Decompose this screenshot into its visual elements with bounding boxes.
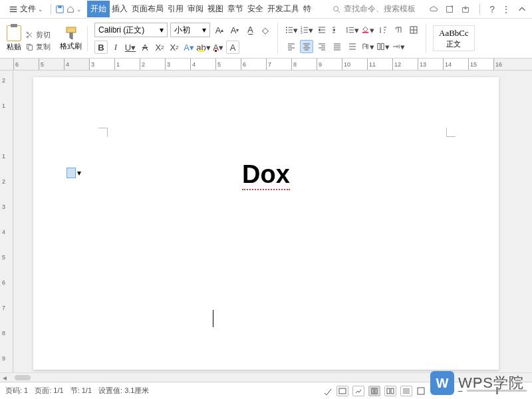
ruler-tick: 2 [140, 59, 165, 70]
outline-view-button[interactable] [384, 386, 396, 396]
clipboard-icon [7, 25, 21, 41]
ruler-tick: 1 [114, 59, 140, 70]
tab-security[interactable]: 安全 [245, 1, 265, 17]
command-search[interactable]: 查找命令、搜索模板 [332, 3, 416, 15]
svg-point-2 [334, 6, 338, 11]
fullscreen-icon[interactable] [416, 386, 426, 396]
underline-button[interactable]: U ▾ [124, 41, 137, 54]
bold-button[interactable]: B [94, 41, 108, 54]
ruler-tick: 16 [493, 59, 519, 70]
copy-button[interactable]: 复制 [25, 42, 51, 52]
format-painter-button[interactable]: 格式刷 [60, 26, 82, 51]
phonetic-button[interactable]: A [226, 41, 239, 54]
ruler-tick: 4 [64, 59, 89, 70]
ruler-tick: 3 [165, 59, 190, 70]
bullet-list-button[interactable]: ▾ [285, 23, 298, 37]
watermark-text: WPS学院 [458, 373, 524, 393]
file-menu-label: 文件 [20, 3, 36, 15]
ruler-tick: 1 [2, 153, 5, 160]
tab-page-layout[interactable]: 页面布局 [130, 1, 166, 17]
align-left-button[interactable] [285, 40, 298, 53]
help-icon[interactable]: ? [489, 4, 495, 15]
borders-button[interactable] [407, 23, 420, 37]
tab-devtools[interactable]: 开发工具 [265, 1, 301, 17]
cut-button[interactable]: 剪切 [25, 30, 51, 40]
workspace: 2 1 1 2 3 4 5 6 7 8 9 ▾ Dox [0, 70, 532, 382]
save-icon[interactable] [55, 5, 65, 14]
page[interactable]: ▾ Dox [33, 77, 499, 370]
style-normal[interactable]: AaBbCc 正文 [433, 25, 475, 51]
tab-extra[interactable]: 特 [301, 1, 313, 17]
read-view-button[interactable] [336, 386, 348, 396]
separator [479, 4, 480, 15]
ruler-tick: 5 [215, 59, 241, 70]
style-name: 正文 [439, 39, 469, 49]
align-justify-button[interactable] [331, 40, 344, 53]
text-direction-button[interactable]: ▾ [361, 40, 374, 53]
decrease-font-button[interactable]: A▾ [228, 23, 241, 37]
number-list-button[interactable]: 123▾ [300, 23, 313, 37]
align-right-button[interactable] [315, 40, 329, 53]
more-icon[interactable]: ⋮ [501, 4, 511, 15]
search-area: 查找命令、搜索模板 ? ⋮ [332, 3, 527, 15]
svg-rect-22 [391, 388, 394, 394]
paste-button[interactable]: 粘贴 [7, 25, 21, 52]
document-canvas[interactable]: ▾ Dox [13, 70, 532, 382]
tab-start[interactable]: 开始 [87, 1, 110, 17]
font-family-combo[interactable]: Calibri (正文) ▾ [94, 23, 168, 37]
scroll-left-icon[interactable]: ◂ [3, 373, 7, 382]
hamburger-menu[interactable]: 文件 ⌄ [5, 1, 47, 17]
document-body-text[interactable]: Dox [33, 160, 499, 190]
tab-insert[interactable]: 插入 [110, 1, 130, 17]
tabs-button[interactable]: ▾ [392, 40, 405, 53]
spellcheck-icon[interactable] [323, 386, 332, 396]
text-effects-button[interactable]: A ▾ [182, 41, 196, 54]
draft-view-button[interactable] [400, 386, 412, 396]
tab-sections[interactable]: 章节 [225, 1, 245, 17]
align-distribute-button[interactable] [346, 40, 359, 53]
show-marks-button[interactable] [392, 23, 405, 37]
svg-rect-3 [447, 6, 453, 12]
status-setvalue[interactable]: 设置值: 3.1厘米 [98, 386, 149, 396]
print-view-button[interactable] [368, 386, 380, 396]
subscript-button[interactable]: X2 [168, 41, 181, 54]
export-icon[interactable] [461, 5, 470, 14]
font-color-button[interactable]: A ▾ [211, 41, 225, 54]
sort-button[interactable] [376, 23, 390, 37]
vertical-ruler[interactable]: 2 1 1 2 3 4 5 6 7 8 9 [0, 70, 13, 382]
separator [51, 4, 51, 15]
search-placeholder: 查找命令、搜索模板 [344, 3, 416, 15]
change-case-button[interactable]: A̲ [243, 23, 257, 37]
clear-format-button[interactable]: ◇ [259, 23, 272, 37]
cloud-icon[interactable] [429, 5, 438, 14]
increase-font-button[interactable]: A▴ [213, 23, 226, 37]
strikethrough-button[interactable]: A [138, 41, 152, 54]
home-icon[interactable] [66, 5, 75, 14]
scrollbar-thumb[interactable] [15, 375, 31, 380]
shading-button[interactable]: ▾ [361, 23, 374, 37]
ruler-tick: 6 [2, 279, 5, 286]
collapse-ribbon-icon[interactable] [517, 5, 527, 14]
columns-button[interactable]: ▾ [376, 40, 390, 53]
status-page-code[interactable]: 页码: 1 [5, 386, 28, 396]
web-view-button[interactable] [352, 386, 364, 396]
tab-references[interactable]: 引用 [166, 1, 186, 17]
horizontal-ruler[interactable]: 6 5 4 3 1 2 3 4 5 6 7 8 9 10 11 12 13 14… [0, 59, 532, 70]
ruler-tick: 5 [39, 59, 64, 70]
italic-button[interactable]: I [109, 41, 122, 54]
superscript-button[interactable]: X2 [153, 41, 166, 54]
highlight-button[interactable]: ab ▾ [197, 41, 210, 54]
tab-review[interactable]: 审阅 [186, 1, 205, 17]
decrease-indent-button[interactable] [315, 23, 329, 37]
status-section[interactable]: 节: 1/1 [70, 386, 92, 396]
line-spacing-button[interactable]: ▾ [346, 23, 359, 37]
ribbon: 粘贴 剪切 复制 格式刷 Calibri (正文) ▾ [0, 19, 532, 59]
margin-corner-icon [98, 128, 108, 137]
wps-logo-icon: W [430, 371, 454, 395]
share-icon[interactable] [445, 5, 454, 14]
increase-indent-button[interactable] [331, 23, 344, 37]
align-center-button[interactable] [300, 40, 313, 53]
status-page[interactable]: 页面: 1/1 [35, 386, 63, 396]
font-size-combo[interactable]: 小初 ▾ [170, 23, 210, 37]
tab-view[interactable]: 视图 [205, 1, 225, 17]
